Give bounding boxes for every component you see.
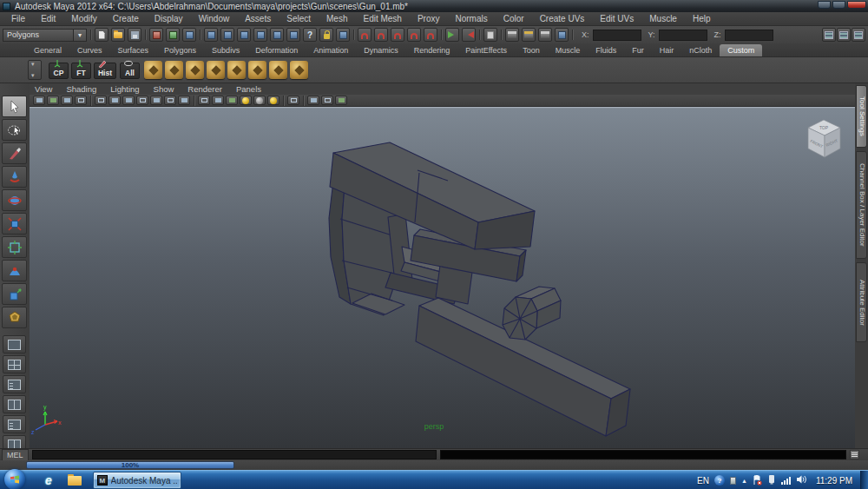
make-live-button[interactable]: [424, 28, 437, 42]
menu-normals[interactable]: Normals: [448, 14, 496, 23]
group-divider[interactable]: [439, 28, 444, 42]
menu-select[interactable]: Select: [279, 14, 319, 23]
paint-select-tool-button[interactable]: [2, 142, 27, 164]
start-button[interactable]: [4, 469, 25, 489]
shelf-tab-curves[interactable]: Curves: [69, 44, 110, 56]
mask-rendering-button[interactable]: [286, 28, 300, 42]
history-output-button[interactable]: [462, 28, 476, 42]
shelf-item-poly-tool-1[interactable]: [144, 61, 162, 79]
tab-attribute-editor[interactable]: Attribute Editor: [856, 262, 867, 342]
menu-muscle[interactable]: Muscle: [641, 14, 685, 23]
panel-menu-view[interactable]: View: [35, 84, 61, 94]
mask-dynamics-button[interactable]: [270, 28, 284, 42]
toggle-attribute-editor-button[interactable]: [822, 28, 836, 42]
isolate-select-button[interactable]: [287, 96, 299, 105]
shelf-item-poly-tool-2[interactable]: [165, 61, 183, 79]
last-tool-used-button[interactable]: [2, 307, 27, 328]
title-bar[interactable]: Autodesk Maya 2012 x64: C:\Users\Abdelra…: [0, 0, 868, 12]
shelf-tab-fur[interactable]: Fur: [624, 44, 652, 56]
select-component-button[interactable]: [182, 28, 196, 42]
shelf-tab-subdivs[interactable]: Subdivs: [204, 44, 247, 56]
ipr-render-button[interactable]: [522, 28, 536, 42]
close-button[interactable]: [847, 1, 866, 9]
layout-single-pane-button[interactable]: [3, 335, 26, 354]
shelf-tab-toon[interactable]: Toon: [515, 44, 548, 56]
menu-mesh[interactable]: Mesh: [319, 14, 355, 23]
menu-set-value[interactable]: Polygons: [3, 29, 74, 42]
film-gate-button[interactable]: [108, 96, 121, 105]
rotate-tool-button[interactable]: [2, 189, 27, 211]
plugin-shapes-button[interactable]: [335, 96, 347, 105]
panel-menu-show[interactable]: Show: [154, 84, 183, 94]
mask-misc-button[interactable]: [303, 28, 317, 42]
shelf-tab-dynamics[interactable]: Dynamics: [356, 44, 406, 56]
chevron-down-icon[interactable]: [74, 29, 87, 42]
shelf-tab-surfaces[interactable]: Surfaces: [110, 44, 157, 56]
new-scene-button[interactable]: [95, 28, 108, 42]
maximize-button[interactable]: [832, 1, 845, 9]
safe-action-button[interactable]: [164, 96, 176, 105]
xray-button[interactable]: [307, 96, 319, 105]
shelf-tab-hair[interactable]: Hair: [652, 44, 682, 56]
shelf-tab-fluids[interactable]: Fluids: [588, 44, 624, 56]
group-divider[interactable]: [570, 28, 575, 42]
taskbar-internet-explorer[interactable]: e: [38, 472, 59, 488]
show-manipulator-tool-button[interactable]: [2, 283, 27, 305]
group-divider[interactable]: [143, 28, 148, 42]
resolution-gate-button[interactable]: [122, 96, 135, 105]
viewport[interactable]: TOP FRONT RIGHT y x z persp: [30, 107, 855, 448]
smooth-shade-button[interactable]: [212, 96, 224, 105]
removable-device-icon[interactable]: [767, 472, 776, 488]
x-coordinate-input[interactable]: [593, 30, 641, 41]
select-hierarchy-button[interactable]: [149, 28, 163, 42]
wireframe-on-shaded-button[interactable]: [321, 96, 333, 105]
shelf-tab-rendering[interactable]: Rendering: [406, 44, 458, 56]
menu-file[interactable]: File: [3, 14, 33, 23]
highlight-selection-button[interactable]: [336, 28, 350, 42]
open-scene-button[interactable]: [111, 28, 125, 42]
snap-to-curve-button[interactable]: [374, 28, 388, 42]
select-camera-button[interactable]: [33, 96, 45, 105]
menu-proxy[interactable]: Proxy: [410, 14, 448, 23]
shelf-item-poly-tool-7[interactable]: [269, 61, 287, 79]
use-default-lighting-button[interactable]: [267, 96, 279, 105]
shelf-item-poly-tool-8[interactable]: [290, 61, 308, 79]
layout-persp-outliner-button[interactable]: [3, 375, 26, 393]
shelf-item-ft[interactable]: FT: [71, 63, 91, 79]
textured-mode-button[interactable]: [226, 96, 238, 105]
menu-assets[interactable]: Assets: [237, 14, 279, 23]
menu-edit[interactable]: Edit: [33, 14, 63, 23]
layout-split-horizontal-button[interactable]: [3, 395, 26, 413]
select-tool-button[interactable]: [2, 96, 27, 117]
group-divider[interactable]: [352, 28, 356, 42]
menu-edit-uvs[interactable]: Edit UVs: [592, 14, 641, 23]
group-divider[interactable]: [89, 28, 93, 42]
soft-modification-tool-button[interactable]: [2, 260, 27, 281]
language-indicator[interactable]: EN: [697, 476, 709, 486]
panel-menu-lighting[interactable]: Lighting: [110, 84, 148, 94]
field-chart-button[interactable]: [150, 96, 162, 105]
mask-deformations-button[interactable]: [253, 28, 267, 42]
snap-to-grid-button[interactable]: [358, 28, 372, 42]
snap-to-point-button[interactable]: [391, 28, 404, 42]
group-divider[interactable]: [198, 28, 202, 42]
shelf-menu-widget[interactable]: [28, 60, 42, 80]
hypershade-button[interactable]: [555, 28, 569, 42]
command-input-field[interactable]: [32, 450, 437, 459]
menu-help[interactable]: Help: [685, 14, 719, 23]
taskbar-windows-explorer[interactable]: [64, 472, 85, 488]
shelf-item-poly-tool-4[interactable]: [207, 61, 225, 79]
shelf-tab-muscle[interactable]: Muscle: [548, 44, 589, 56]
minimize-button[interactable]: [818, 1, 831, 9]
select-object-button[interactable]: [166, 28, 180, 42]
render-settings-button[interactable]: [538, 28, 552, 42]
menu-edit-mesh[interactable]: Edit Mesh: [355, 14, 409, 23]
menu-display[interactable]: Display: [147, 14, 191, 23]
y-coordinate-input[interactable]: [659, 30, 707, 41]
shelf-item-poly-tool-6[interactable]: [248, 61, 266, 79]
save-scene-button[interactable]: [128, 28, 141, 42]
menu-set-selector[interactable]: Polygons: [3, 29, 87, 42]
script-editor-button[interactable]: [850, 450, 859, 459]
layout-hypergraph-persp-button[interactable]: [3, 415, 26, 433]
panel-menu-shading[interactable]: Shading: [66, 84, 105, 94]
